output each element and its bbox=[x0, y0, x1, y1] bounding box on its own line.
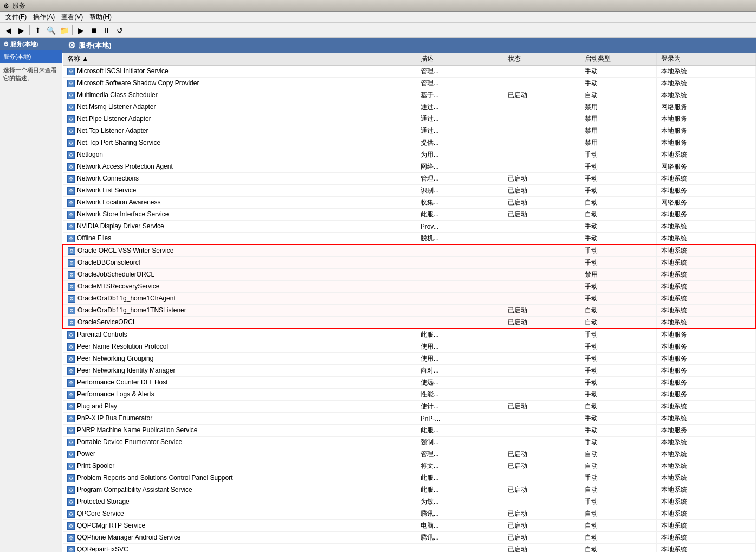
service-startup-cell: 自动 bbox=[580, 401, 657, 413]
col-header-name[interactable]: 名称 ▲ bbox=[63, 53, 416, 66]
service-login-cell: 网络服务 bbox=[657, 197, 755, 209]
menu-help[interactable]: 帮助(H) bbox=[86, 11, 115, 23]
table-row[interactable]: ⚙OracleServiceORCL已启动自动本地系统 bbox=[63, 317, 755, 329]
table-row[interactable]: ⚙Net.Tcp Port Sharing Service提供...禁用本地服务 bbox=[63, 137, 755, 149]
table-row[interactable]: ⚙Multimedia Class Scheduler基于...已启动自动本地系… bbox=[63, 89, 755, 101]
table-row[interactable]: ⚙Microsoft Software Shadow Copy Provider… bbox=[63, 78, 755, 89]
table-row[interactable]: ⚙OracleDBConsoleorcl手动本地系统 bbox=[63, 257, 755, 269]
table-row[interactable]: ⚙Offline Files脱机...手动本地系统 bbox=[63, 233, 755, 245]
table-row[interactable]: ⚙Network List Service识别...已启动手动本地服务 bbox=[63, 185, 755, 197]
service-login-cell: 本地系统 bbox=[657, 245, 755, 257]
table-row[interactable]: ⚙QQPCMgr RTP Service电脑...已启动自动本地系统 bbox=[63, 520, 755, 532]
service-login-cell: 本地系统 bbox=[657, 508, 755, 520]
toolbar-up[interactable]: ⬆ bbox=[32, 24, 44, 36]
service-startup-cell: 自动 bbox=[580, 544, 657, 553]
service-icon: ⚙ bbox=[67, 415, 75, 422]
menu-file[interactable]: 文件(F) bbox=[2, 11, 30, 23]
table-row[interactable]: ⚙Peer Networking Grouping使用...手动本地服务 bbox=[63, 353, 755, 365]
service-status-cell bbox=[503, 281, 580, 293]
service-desc-cell bbox=[416, 305, 503, 317]
service-status-cell: 已启动 bbox=[503, 305, 580, 317]
service-icon: ⚙ bbox=[67, 427, 75, 434]
toolbar-search[interactable]: 🔍 bbox=[45, 24, 57, 36]
table-row[interactable]: ⚙Performance Logs & Alerts性能...手动本地服务 bbox=[63, 389, 755, 401]
service-startup-cell: 手动 bbox=[580, 472, 657, 484]
table-row[interactable]: ⚙Net.Pipe Listener Adapter通过...禁用本地服务 bbox=[63, 113, 755, 125]
col-header-login[interactable]: 登录为 bbox=[657, 53, 755, 66]
right-panel-icon: ⚙ bbox=[68, 40, 75, 50]
service-name-text: Problem Reports and Solutions Control Pa… bbox=[77, 474, 233, 482]
table-row[interactable]: ⚙NVIDIA Display Driver ServiceProv...手动本… bbox=[63, 221, 755, 233]
service-status-cell bbox=[503, 329, 580, 341]
service-name-text: OracleOraDb11g_home1TNSListener bbox=[77, 306, 186, 314]
service-name-cell: ⚙PNRP Machine Name Publication Service bbox=[63, 425, 416, 437]
service-name-cell: ⚙Netlogon bbox=[63, 149, 416, 161]
toolbar-folders[interactable]: 📁 bbox=[58, 24, 70, 36]
toolbar-start[interactable]: ▶ bbox=[75, 24, 87, 36]
table-row[interactable]: ⚙QQPhone Manager Android Service腾讯...已启动… bbox=[63, 532, 755, 544]
toolbar-stop[interactable]: ⏹ bbox=[88, 24, 100, 36]
menu-view[interactable]: 查看(V) bbox=[58, 11, 86, 23]
table-row[interactable]: ⚙Plug and Play使计...已启动自动本地系统 bbox=[63, 401, 755, 413]
toolbar-pause[interactable]: ⏸ bbox=[101, 24, 113, 36]
table-row[interactable]: ⚙Portable Device Enumerator Service强制...… bbox=[63, 437, 755, 448]
table-row[interactable]: ⚙PNRP Machine Name Publication Service此服… bbox=[63, 425, 755, 437]
service-login-cell: 本地服务 bbox=[657, 365, 755, 377]
table-row[interactable]: ⚙Program Compatibility Assistant Service… bbox=[63, 484, 755, 496]
service-startup-cell: 自动 bbox=[580, 448, 657, 460]
table-row[interactable]: ⚙PnP-X IP Bus EnumeratorPnP-...手动本地系统 bbox=[63, 413, 755, 425]
table-row[interactable]: ⚙QQRepairFixSVC已启动自动本地系统 bbox=[63, 544, 755, 553]
left-panel-header: ⚙ 服务(本地) bbox=[0, 38, 62, 50]
service-name-cell: ⚙OracleMTSRecoveryService bbox=[63, 281, 416, 293]
service-name-cell: ⚙QPCore Service bbox=[63, 508, 416, 520]
table-row[interactable]: ⚙Performance Counter DLL Host使远...手动本地服务 bbox=[63, 377, 755, 389]
toolbar-forward[interactable]: ▶ bbox=[15, 24, 27, 36]
table-row[interactable]: ⚙Network Connections管理...已启动手动本地系统 bbox=[63, 173, 755, 185]
table-row[interactable]: ⚙Oracle ORCL VSS Writer Service手动本地系统 bbox=[63, 245, 755, 257]
left-panel-icon: ⚙ bbox=[3, 41, 10, 47]
table-row[interactable]: ⚙Network Location Awareness收集...已启动自动网络服… bbox=[63, 197, 755, 209]
table-row[interactable]: ⚙Power管理...已启动自动本地系统 bbox=[63, 448, 755, 460]
service-desc-cell bbox=[416, 245, 503, 257]
col-header-desc[interactable]: 描述 bbox=[416, 53, 503, 66]
left-panel: ⚙ 服务(本地) 服务(本地) 选择一个项目来查看它的描述。 bbox=[0, 38, 62, 552]
table-row[interactable]: ⚙Network Store Interface Service此服...已启动… bbox=[63, 209, 755, 221]
service-status-cell: 已启动 bbox=[503, 460, 580, 472]
table-row[interactable]: ⚙QPCore Service腾讯...已启动自动本地系统 bbox=[63, 508, 755, 520]
table-row[interactable]: ⚙OracleOraDb11g_home1TNSListener已启动自动本地系… bbox=[63, 305, 755, 317]
service-icon: ⚙ bbox=[68, 319, 75, 326]
table-row[interactable]: ⚙Peer Networking Identity Manager向对...手动… bbox=[63, 365, 755, 377]
services-table-container[interactable]: 名称 ▲ 描述 状态 启动类型 登录为 ⚙Microsoft iSCSI Ini… bbox=[62, 53, 756, 552]
right-panel-title: 服务(本地) bbox=[79, 41, 112, 50]
service-icon: ⚙ bbox=[67, 104, 75, 111]
table-row[interactable]: ⚙Protected Storage为敏...手动本地系统 bbox=[63, 496, 755, 508]
service-name-text: Network Access Protection Agent bbox=[77, 163, 173, 170]
col-header-startup[interactable]: 启动类型 bbox=[580, 53, 657, 66]
service-startup-cell: 手动 bbox=[580, 149, 657, 161]
toolbar-back[interactable]: ◀ bbox=[2, 24, 14, 36]
service-login-cell: 本地系统 bbox=[657, 437, 755, 448]
service-name-text: Offline Files bbox=[77, 234, 111, 242]
col-header-status[interactable]: 状态 bbox=[503, 53, 580, 66]
table-row[interactable]: ⚙OracleMTSRecoveryService手动本地系统 bbox=[63, 281, 755, 293]
service-name-cell: ⚙NVIDIA Display Driver Service bbox=[63, 221, 416, 233]
table-row[interactable]: ⚙Print Spooler将文...已启动自动本地系统 bbox=[63, 460, 755, 472]
table-row[interactable]: ⚙Microsoft iSCSI Initiator Service管理...手… bbox=[63, 66, 755, 78]
table-row[interactable]: ⚙OracleOraDb11g_home1ClrAgent手动本地系统 bbox=[63, 293, 755, 305]
table-row[interactable]: ⚙Problem Reports and Solutions Control P… bbox=[63, 472, 755, 484]
table-row[interactable]: ⚙OracleJobSchedulerORCL禁用本地系统 bbox=[63, 269, 755, 281]
right-panel: ⚙ 服务(本地) 名称 ▲ 描述 状态 启动类型 登录为 ⚙Microsoft … bbox=[62, 38, 756, 552]
service-startup-cell: 手动 bbox=[580, 389, 657, 401]
table-row[interactable]: ⚙Netlogon为用...手动本地系统 bbox=[63, 149, 755, 161]
table-row[interactable]: ⚙Peer Name Resolution Protocol使用...手动本地服… bbox=[63, 341, 755, 353]
menu-action[interactable]: 操作(A) bbox=[30, 11, 58, 23]
table-row[interactable]: ⚙Net.Tcp Listener Adapter通过...禁用本地服务 bbox=[63, 125, 755, 137]
table-row[interactable]: ⚙Parental Controls此服...手动本地服务 bbox=[63, 329, 755, 341]
service-login-cell: 本地系统 bbox=[657, 448, 755, 460]
table-row[interactable]: ⚙Network Access Protection Agent网络...手动网… bbox=[63, 161, 755, 173]
service-name-cell: ⚙Portable Device Enumerator Service bbox=[63, 437, 416, 448]
sidebar-item-services-local[interactable]: 服务(本地) bbox=[0, 50, 62, 63]
toolbar-restart[interactable]: ↺ bbox=[114, 24, 126, 36]
table-row[interactable]: ⚙Net.Msmq Listener Adapter通过...禁用网络服务 bbox=[63, 101, 755, 113]
service-login-cell: 本地系统 bbox=[657, 484, 755, 496]
